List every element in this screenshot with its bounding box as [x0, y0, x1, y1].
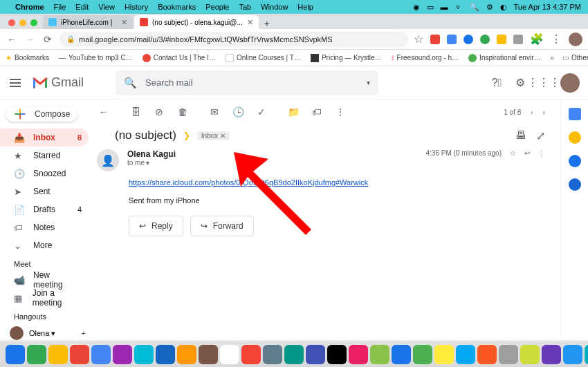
- support-icon[interactable]: ?⃝: [490, 76, 504, 90]
- next-icon[interactable]: ›: [543, 109, 545, 116]
- sidebar-item-snoozed[interactable]: 🕒Snoozed: [0, 164, 89, 182]
- dock-app-icon[interactable]: [6, 345, 25, 364]
- dock-app-icon[interactable]: [91, 345, 111, 364]
- dock-app-icon[interactable]: [284, 345, 304, 364]
- dock-app-icon[interactable]: [542, 345, 561, 364]
- clock-text[interactable]: Tue Apr 13 4:37 PM: [514, 3, 581, 11]
- minimize-window[interactable]: [19, 19, 26, 26]
- prev-icon[interactable]: ‹: [531, 109, 533, 116]
- calendar-icon[interactable]: [569, 108, 581, 120]
- sidebar-item-inbox[interactable]: 📥Inbox8: [0, 129, 89, 147]
- menu-edit[interactable]: Edit: [75, 3, 89, 11]
- dock-app-icon[interactable]: [477, 345, 497, 364]
- sidebar-item-more[interactable]: ⌄More: [0, 236, 89, 254]
- labels-icon[interactable]: 🏷: [311, 106, 322, 117]
- rec-icon[interactable]: ◉: [413, 3, 420, 12]
- reply-icon[interactable]: ↩: [524, 149, 530, 157]
- ext-icon[interactable]: [447, 35, 457, 44]
- dock-app-icon[interactable]: [113, 345, 132, 364]
- snooze-icon[interactable]: 🕒: [232, 106, 244, 117]
- compose-button[interactable]: Compose: [6, 106, 77, 122]
- unread-icon[interactable]: ✉: [209, 106, 220, 117]
- dock-app-icon[interactable]: [134, 345, 154, 364]
- battery-icon[interactable]: ▬: [441, 3, 448, 11]
- dock-app-icon[interactable]: [520, 345, 540, 364]
- apps-icon[interactable]: ⋮⋮⋮: [537, 76, 551, 90]
- menu-app[interactable]: Chrome: [15, 3, 44, 11]
- settings-icon[interactable]: ⚙: [513, 76, 527, 90]
- profile-avatar[interactable]: [569, 32, 582, 46]
- ext-icon[interactable]: [463, 35, 473, 44]
- bm-inspirational[interactable]: Inspirational envir…: [468, 54, 540, 62]
- tasks-rail-icon[interactable]: [569, 155, 581, 167]
- maximize-window[interactable]: [30, 19, 37, 26]
- bm-other[interactable]: ▭Other Bookmarks: [562, 54, 588, 62]
- star-icon[interactable]: ☆: [414, 32, 423, 46]
- dock-app-icon[interactable]: [241, 345, 261, 364]
- bm-youtube[interactable]: —YouTube to mp3 C…: [59, 54, 133, 62]
- meet-join-a-meeting[interactable]: ▦Join a meeting: [0, 289, 89, 307]
- control-center-icon[interactable]: ⚙: [486, 3, 493, 12]
- add-hangout-icon[interactable]: +: [82, 329, 86, 337]
- dock-app-icon[interactable]: [0, 345, 3, 364]
- spam-icon[interactable]: ⊘: [154, 106, 165, 117]
- star-icon[interactable]: ☆: [510, 149, 516, 157]
- url-field[interactable]: 🔒 mail.google.com/mail/u/3/#inbox/FMfcgx…: [59, 32, 408, 47]
- important-icon[interactable]: ❯: [183, 131, 190, 140]
- gmail-logo[interactable]: Gmail: [32, 75, 84, 90]
- tab-gmail[interactable]: (no subject) - olena.kagui@... ✕: [134, 15, 259, 29]
- chrome-menu-icon[interactable]: ⋮: [551, 32, 562, 46]
- account-avatar[interactable]: [560, 73, 580, 93]
- bm-courses[interactable]: Online Courses | T…: [226, 54, 301, 62]
- dock-app-icon[interactable]: [327, 345, 347, 364]
- dock-app-icon[interactable]: [585, 345, 588, 364]
- dock-app-icon[interactable]: [177, 345, 196, 364]
- msg-more-icon[interactable]: ⋮: [538, 149, 545, 157]
- menu-window[interactable]: Window: [261, 3, 288, 11]
- keep-icon[interactable]: [569, 131, 581, 144]
- menu-help[interactable]: Help: [297, 3, 313, 11]
- siri-icon[interactable]: ◐: [500, 3, 507, 12]
- menu-history[interactable]: History: [125, 3, 148, 11]
- close-tab-icon[interactable]: ✕: [121, 18, 127, 27]
- contacts-icon[interactable]: [569, 178, 581, 191]
- flag-icon[interactable]: ▭: [427, 3, 434, 12]
- print-icon[interactable]: 🖶: [515, 129, 526, 142]
- bm-overflow[interactable]: »: [550, 54, 554, 62]
- dock-app-icon[interactable]: [456, 345, 475, 364]
- archive-icon[interactable]: 🗄: [130, 106, 141, 117]
- close-window[interactable]: [8, 19, 15, 26]
- tab-iphonelife[interactable]: iPhoneLife.com | ✕: [43, 15, 133, 29]
- dock-app-icon[interactable]: [220, 345, 239, 364]
- forward-button[interactable]: →: [24, 33, 36, 46]
- search-icon[interactable]: 🔍: [470, 3, 479, 12]
- back-button[interactable]: ←: [6, 33, 18, 46]
- move-icon[interactable]: 📁: [288, 106, 299, 117]
- menu-tab[interactable]: Tab: [239, 3, 251, 11]
- forward-button[interactable]: ↪Forward: [190, 216, 254, 236]
- inbox-chip[interactable]: Inbox✕: [197, 131, 230, 140]
- to-line[interactable]: to me▾: [127, 159, 418, 167]
- dock-app-icon[interactable]: [306, 345, 325, 364]
- hamburger-icon[interactable]: [6, 73, 25, 93]
- search-input[interactable]: 🔍 Search mail ▾: [116, 70, 378, 95]
- bm-contact[interactable]: Contact Us | The I…: [143, 54, 216, 62]
- dock-app-icon[interactable]: [199, 345, 218, 364]
- bm-freesound[interactable]: ⟟Freesound.org - h…: [392, 54, 459, 62]
- sidebar-item-sent[interactable]: ➤Sent: [0, 182, 89, 200]
- dock-app-icon[interactable]: [70, 345, 89, 364]
- reply-button[interactable]: ↩Reply: [129, 216, 183, 236]
- back-icon[interactable]: ←: [98, 106, 109, 117]
- close-tab-icon[interactable]: ✕: [247, 18, 253, 27]
- new-tab-button[interactable]: +: [260, 18, 274, 29]
- more-icon[interactable]: ⋮: [335, 106, 346, 117]
- dock-app-icon[interactable]: [27, 345, 46, 364]
- sidebar-item-notes[interactable]: 🏷Notes: [0, 218, 89, 236]
- ext-icon[interactable]: [497, 35, 506, 44]
- tasks-icon[interactable]: ✓: [256, 106, 267, 117]
- search-options-icon[interactable]: ▾: [367, 79, 370, 86]
- dock-app-icon[interactable]: [48, 345, 68, 364]
- ext-icon[interactable]: [430, 35, 440, 44]
- reload-button[interactable]: ⟳: [42, 33, 54, 46]
- menu-file[interactable]: File: [54, 3, 66, 11]
